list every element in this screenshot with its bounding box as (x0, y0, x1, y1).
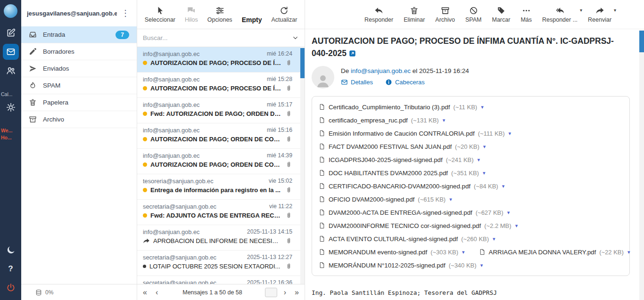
message-row[interactable]: info@sanjuan.gob.ecmié 14:39AUTORIZACION… (137, 149, 305, 174)
toolbar-button-empty[interactable]: Empty (238, 3, 266, 25)
toolbar-button-hilos[interactable]: Hilos (181, 4, 202, 25)
message-row[interactable]: info@sanjuan.gob.ec2025-11-13 14:15APROB… (137, 225, 305, 251)
message-row[interactable]: tesoreria@sanjuan.gob.ecvie 15:02Entrega… (137, 174, 305, 200)
unread-dot-icon (143, 112, 147, 116)
chevron-down-icon[interactable]: ▾ (443, 117, 446, 123)
attachment-item[interactable]: MEMORÁNDUM N°1012-2025-signed.pdf(~340 K… (319, 261, 483, 269)
chevron-down-icon[interactable]: ▾ (483, 170, 486, 176)
logout-button[interactable] (3, 280, 19, 296)
sender-email-link[interactable]: info@sanjuan.gob.ec (351, 67, 411, 74)
folder-item-enviados[interactable]: Enviados (21, 60, 137, 77)
attachment-item[interactable]: DOC HABILITANTES DVAM2000 2025.pdf(~351 … (319, 169, 485, 177)
attachment-row: Emisión Informativo de Caución CONTRALOR… (319, 127, 623, 140)
toolbar-button-label: Actualizar (271, 16, 297, 23)
next-page-button[interactable]: › (282, 288, 288, 297)
kebab-menu-icon[interactable]: ⋮ (120, 8, 131, 18)
folder-label: Entrada (43, 31, 65, 38)
message-row[interactable]: secretaria@sanjuan.gob.ecvie 11:22Fwd: A… (137, 200, 305, 225)
darkmode-button[interactable] (3, 242, 19, 258)
mail-nav-button[interactable] (3, 44, 19, 60)
folder-item-borradores[interactable]: Borradores (21, 43, 137, 60)
chevron-down-icon[interactable]: ▾ (509, 130, 512, 137)
toolbar-button-seleccionar[interactable]: Seleccionar (141, 4, 179, 25)
message-row[interactable]: info@sanjuan.gob.ecmié 15:16AUTORIZACION… (137, 123, 305, 149)
attachment-size: (~340 KB) (449, 262, 477, 269)
folder-item-archivo[interactable]: Archivo (21, 111, 137, 128)
folder-item-papelera[interactable]: Papelera (21, 94, 137, 111)
attachment-item[interactable]: ICGADPRSJ040-2025-signed-signed.pdf(~241… (319, 156, 480, 163)
toolbar-button-eliminar[interactable]: Eliminar (400, 4, 429, 25)
toolbar-button-reenviar[interactable]: Reenviar▾ (584, 4, 615, 25)
details-toggle[interactable]: Detalles (341, 79, 373, 86)
list-scrollbar-thumb[interactable] (300, 48, 305, 78)
folder-item-spam[interactable]: SPAM (21, 77, 137, 94)
forward-icon (595, 6, 604, 15)
chevron-down-icon[interactable]: ▾ (462, 249, 465, 255)
message-row[interactable]: info@sanjuan.gob.ecmié 16:24AUTORIZACION… (137, 47, 305, 73)
toolbar-button-opciones[interactable]: Opciones (204, 4, 236, 25)
power-icon (6, 283, 16, 292)
message-row[interactable]: secretaria@sanjuan.gob.ec2025-11-12 16:3… (137, 276, 305, 284)
headers-toggle[interactable]: Cabeceras (385, 79, 425, 86)
toolbar-button-ma-s[interactable]: Más (517, 4, 536, 25)
calendar-nav-label[interactable]: Cal... (0, 91, 21, 97)
send-icon (29, 65, 37, 73)
attachment-item[interactable]: FACT DVAM2000 FESTIVAL SAN JUAN.pdf(~20 … (319, 143, 486, 150)
attachment-size: (~303 KB) (430, 249, 458, 256)
list-scrollbar[interactable] (300, 47, 305, 284)
chevron-down-icon[interactable]: ▾ (580, 8, 582, 13)
attachment-item[interactable]: DVAM2000-ACTA DE ENTREGA-signed-signed.p… (319, 209, 510, 216)
page-jump-box[interactable] (265, 288, 277, 297)
toolbar-button-responder[interactable]: Responder ...▾ (538, 4, 581, 25)
attachment-item[interactable]: OFICIO DVAM2000-signed.pdf(~615 KB)▾ (319, 195, 452, 203)
external-link-icon[interactable] (349, 50, 356, 57)
last-page-button[interactable]: » (293, 288, 301, 297)
reader-scrollbar-thumb[interactable] (639, 31, 644, 52)
message-date: mié 15:16 (267, 127, 292, 134)
chevron-down-icon[interactable]: ▾ (478, 157, 480, 163)
message-date: 2025-11-13 12:27 (247, 254, 292, 261)
toolbar-button-spam[interactable]: SPAM (462, 4, 486, 25)
first-page-button[interactable]: « (141, 288, 149, 297)
attachment-item[interactable]: ACTA EVENTO CULTURAL-signed-signed.pdf(~… (319, 235, 495, 243)
search-input[interactable] (143, 34, 288, 41)
chevron-down-icon[interactable]: ▾ (614, 8, 616, 13)
chevron-down-icon[interactable]: ▾ (493, 236, 495, 242)
reader-scrollbar[interactable] (639, 30, 644, 300)
app-logo[interactable] (4, 4, 17, 18)
attachment-item[interactable]: Emisión Informativo de Caución CONTRALOR… (319, 130, 511, 137)
toolbar-button-responder[interactable]: Responder (361, 4, 397, 25)
attachment-item[interactable]: DVAM2000INFORME TECNICO cor-signed-signe… (319, 222, 518, 229)
message-row[interactable]: info@sanjuan.gob.ecmié 15:17Fwd: AUTORIZ… (137, 98, 305, 123)
toolbar-button-actualizar[interactable]: Actualizar (267, 4, 301, 25)
attachment-name: FACT DVAM2000 FESTIVAL SAN JUAN.pdf (329, 143, 452, 150)
chevron-down-icon[interactable]: ▾ (502, 183, 505, 189)
pencil-icon (29, 48, 37, 56)
chevron-down-icon[interactable]: ▾ (507, 210, 510, 216)
attachment-item[interactable]: Certificado_Cumplimiento_Tributario (3).… (319, 103, 484, 111)
folder-item-entrada[interactable]: Entrada7 (21, 26, 137, 43)
message-row[interactable]: secretaria@sanjuan.gob.ec2025-11-13 12:2… (137, 251, 305, 276)
message-row-subject: AUTORIZACION DE PAGO; PROCESO DE ÍN... (150, 59, 282, 66)
compose-button[interactable] (3, 25, 19, 41)
attachment-item[interactable]: MEMORANDUM evento-signed.pdf(~303 KB)▾ (319, 248, 465, 256)
chevron-down-icon[interactable]: ▾ (481, 104, 484, 110)
attachment-item[interactable]: ARRIAGA MEJIA DONNA VALERY.pdf(~22 KB)▾ (479, 248, 630, 256)
contacts-nav-button[interactable] (3, 63, 19, 79)
message-row[interactable]: info@sanjuan.gob.ecmié 15:28AUTORIZACION… (137, 73, 305, 98)
body-line: Ing. Paola Santillán Espinoza; Tesorera … (312, 288, 634, 298)
help-button[interactable]: ? (3, 261, 19, 277)
prev-page-button[interactable]: ‹ (154, 288, 160, 297)
chevron-down-icon[interactable]: ▾ (449, 196, 452, 203)
chevron-down-icon[interactable]: ▾ (480, 262, 483, 268)
toolbar-button-marcar[interactable]: Marcar (488, 4, 514, 25)
chevron-down-icon[interactable]: ▾ (515, 223, 518, 229)
attachment-item[interactable]: certificado_empresa_ruc.pdf(~131 KB)▾ (319, 116, 445, 124)
plugin-nav-label[interactable]: We...Ho... (0, 127, 21, 141)
search-options-chevron-icon[interactable] (292, 34, 299, 41)
chevron-down-icon[interactable]: ▾ (483, 144, 486, 150)
settings-nav-button[interactable] (3, 99, 19, 115)
attachment-item[interactable]: CERTIFICADO-BANCARIO-DVAM2000-signed.pdf… (319, 182, 504, 190)
toolbar-button-archivo[interactable]: Archivo (431, 4, 459, 25)
chevron-down-icon[interactable]: ▾ (627, 249, 630, 255)
